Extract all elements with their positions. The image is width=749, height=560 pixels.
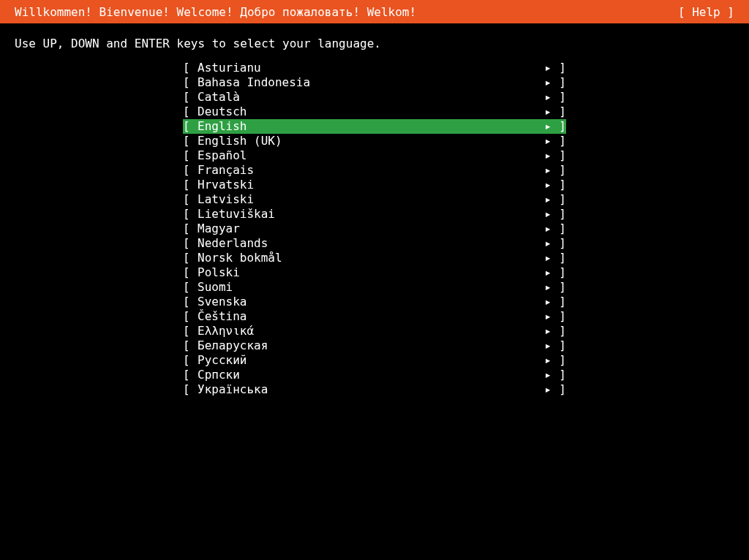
language-item[interactable]: [ Русский▸ ] (0, 353, 749, 368)
language-name: Latviski (197, 192, 540, 207)
language-item[interactable]: [ Suomi▸ ] (0, 280, 749, 295)
bracket-close: ] (552, 192, 566, 207)
language-item[interactable]: [ Nederlands▸ ] (0, 236, 749, 251)
bracket-open: [ (183, 134, 197, 148)
language-item-inner: [ Bahasa Indonesia▸ ] (183, 75, 566, 90)
language-item[interactable]: [ English▸ ] (0, 119, 749, 134)
bracket-open: [ (183, 222, 197, 236)
bracket-open: [ (183, 163, 197, 178)
language-item-inner: [ Català▸ ] (183, 90, 566, 105)
language-item[interactable]: [ Lietuviškai▸ ] (0, 207, 749, 222)
bracket-open: [ (183, 148, 197, 163)
bracket-open: [ (183, 338, 197, 353)
language-name: Nederlands (197, 236, 540, 251)
language-item[interactable]: [ Српски▸ ] (0, 368, 749, 382)
arrow-right-icon: ▸ (540, 368, 552, 382)
language-item[interactable]: [ Svenska▸ ] (0, 295, 749, 309)
bracket-open: [ (183, 309, 197, 324)
language-name: Українська (197, 382, 540, 397)
arrow-right-icon: ▸ (540, 353, 552, 368)
language-item[interactable]: [ Magyar▸ ] (0, 222, 749, 236)
bracket-close: ] (552, 178, 566, 192)
arrow-right-icon: ▸ (540, 134, 552, 148)
language-item[interactable]: [ Norsk bokmål▸ ] (0, 251, 749, 265)
bracket-close: ] (552, 90, 566, 105)
language-item[interactable]: [ Bahasa Indonesia▸ ] (0, 75, 749, 90)
arrow-right-icon: ▸ (540, 207, 552, 222)
language-item[interactable]: [ Español▸ ] (0, 148, 749, 163)
bracket-open: [ (183, 192, 197, 207)
language-item[interactable]: [ Беларуская▸ ] (0, 338, 749, 353)
bracket-close: ] (552, 119, 566, 134)
language-name: English (197, 119, 540, 134)
language-item[interactable]: [ Català▸ ] (0, 90, 749, 105)
arrow-right-icon: ▸ (540, 178, 552, 192)
language-item-inner: [ Français▸ ] (183, 163, 566, 178)
language-item-inner: [ Српски▸ ] (183, 368, 566, 382)
arrow-right-icon: ▸ (540, 61, 552, 75)
bracket-close: ] (552, 353, 566, 368)
language-item-inner: [ Nederlands▸ ] (183, 236, 566, 251)
bracket-close: ] (552, 324, 566, 338)
language-item-inner: [ Polski▸ ] (183, 265, 566, 280)
bracket-open: [ (183, 178, 197, 192)
language-name: Asturianu (197, 61, 540, 75)
language-name: Bahasa Indonesia (197, 75, 540, 90)
bracket-close: ] (552, 338, 566, 353)
arrow-right-icon: ▸ (540, 222, 552, 236)
bracket-close: ] (552, 134, 566, 148)
bracket-close: ] (552, 222, 566, 236)
language-name: English (UK) (197, 134, 540, 148)
language-item[interactable]: [ Polski▸ ] (0, 265, 749, 280)
language-item-inner: [ Lietuviškai▸ ] (183, 207, 566, 222)
language-item[interactable]: [ Ελληνικά▸ ] (0, 324, 749, 338)
language-name: Беларуская (197, 338, 540, 353)
language-item-inner: [ English (UK)▸ ] (183, 134, 566, 148)
language-name: Русский (197, 353, 540, 368)
language-item-inner: [ Español▸ ] (183, 148, 566, 163)
language-item-inner: [ Русский▸ ] (183, 353, 566, 368)
language-item[interactable]: [ Hrvatski▸ ] (0, 178, 749, 192)
language-item[interactable]: [ Čeština▸ ] (0, 309, 749, 324)
arrow-right-icon: ▸ (540, 75, 552, 90)
arrow-right-icon: ▸ (540, 382, 552, 397)
bracket-open: [ (183, 324, 197, 338)
bracket-open: [ (183, 90, 197, 105)
bracket-open: [ (183, 119, 197, 134)
language-item[interactable]: [ Deutsch▸ ] (0, 105, 749, 119)
arrow-right-icon: ▸ (540, 163, 552, 178)
bracket-close: ] (552, 75, 566, 90)
language-name: Svenska (197, 295, 540, 309)
bracket-close: ] (552, 236, 566, 251)
header-bar: Willkommen! Bienvenue! Welcome! Добро по… (0, 0, 749, 23)
arrow-right-icon: ▸ (540, 236, 552, 251)
help-button[interactable]: [ Help ] (678, 5, 734, 19)
language-item-inner: [ Latviski▸ ] (183, 192, 566, 207)
header-title: Willkommen! Bienvenue! Welcome! Добро по… (15, 5, 416, 19)
language-item[interactable]: [ Latviski▸ ] (0, 192, 749, 207)
language-name: Polski (197, 265, 540, 280)
language-name: Hrvatski (197, 178, 540, 192)
bracket-open: [ (183, 280, 197, 295)
language-item-inner: [ Čeština▸ ] (183, 309, 566, 324)
arrow-right-icon: ▸ (540, 192, 552, 207)
language-item-inner: [ Norsk bokmål▸ ] (183, 251, 566, 265)
arrow-right-icon: ▸ (540, 148, 552, 163)
language-item[interactable]: [ Українська▸ ] (0, 382, 749, 397)
language-item-inner: [ Svenska▸ ] (183, 295, 566, 309)
bracket-close: ] (552, 105, 566, 119)
language-name: Suomi (197, 280, 540, 295)
language-name: Lietuviškai (197, 207, 540, 222)
language-name: Magyar (197, 222, 540, 236)
language-item[interactable]: [ English (UK)▸ ] (0, 134, 749, 148)
arrow-right-icon: ▸ (540, 295, 552, 309)
language-item[interactable]: [ Français▸ ] (0, 163, 749, 178)
bracket-open: [ (183, 105, 197, 119)
language-name: Српски (197, 368, 540, 382)
language-item[interactable]: [ Asturianu▸ ] (0, 61, 749, 75)
arrow-right-icon: ▸ (540, 105, 552, 119)
bracket-open: [ (183, 353, 197, 368)
bracket-close: ] (552, 251, 566, 265)
bracket-close: ] (552, 382, 566, 397)
arrow-right-icon: ▸ (540, 90, 552, 105)
